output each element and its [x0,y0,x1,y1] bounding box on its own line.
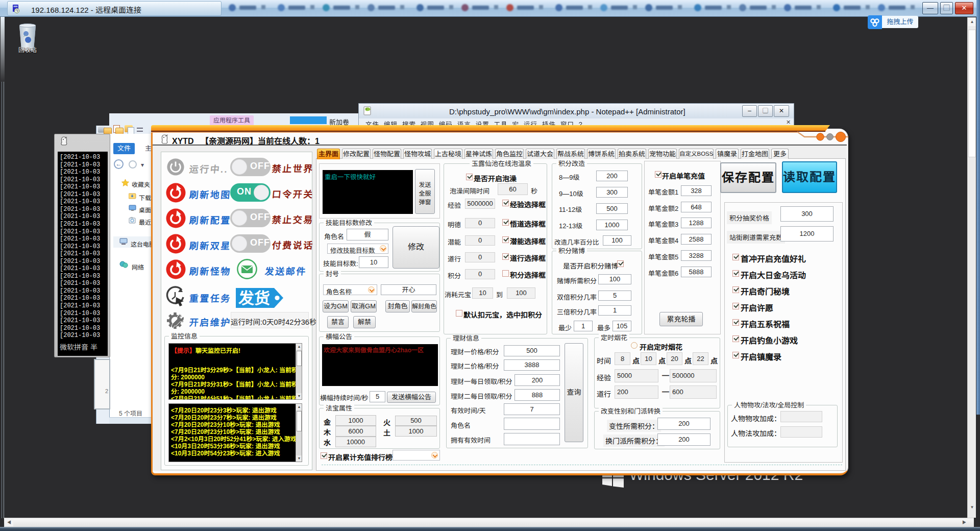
svg-text:发货: 发货 [238,289,270,307]
